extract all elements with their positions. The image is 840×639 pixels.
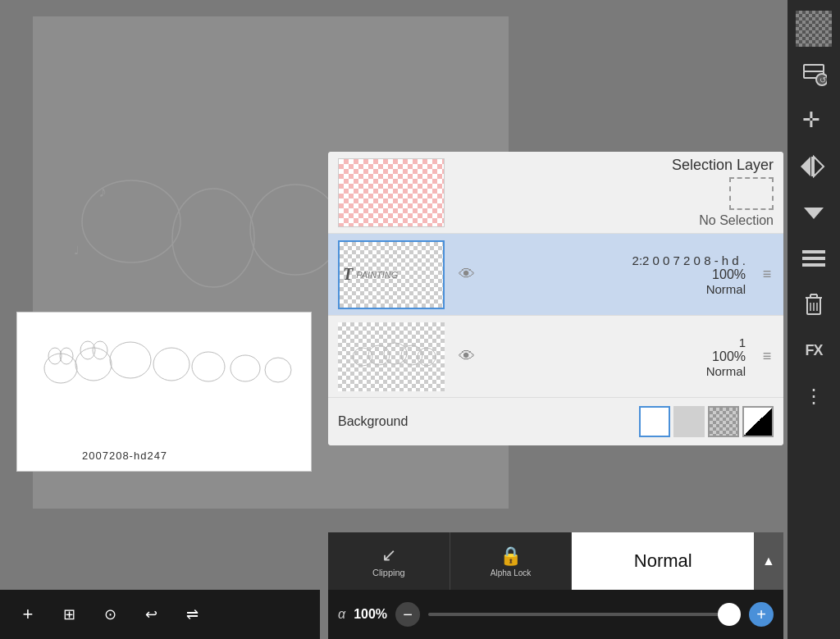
layers-panel: Selection Layer No Selection T PAINTING … xyxy=(328,152,783,445)
selection-layer-thumb xyxy=(338,158,445,227)
selection-layer-row[interactable]: Selection Layer No Selection xyxy=(328,152,783,234)
svg-marker-31 xyxy=(804,208,824,219)
layers-icon: ↺ xyxy=(801,63,827,86)
sketch-layer-eye-icon[interactable]: 👁 xyxy=(459,347,475,366)
active-layer-thumb: T PAINTING xyxy=(338,240,445,309)
svg-point-7 xyxy=(44,354,77,383)
alpha-slider-track[interactable] xyxy=(428,613,741,616)
svg-text:♪: ♪ xyxy=(98,182,107,200)
more-options-icon: ⋮ xyxy=(804,385,824,408)
down-arrow-button[interactable] xyxy=(792,190,836,235)
import-button[interactable]: ↩ xyxy=(136,600,166,629)
more-options-button[interactable]: ⋮ xyxy=(792,374,836,418)
fx-button[interactable]: FX xyxy=(792,328,836,372)
svg-point-11 xyxy=(192,352,225,381)
svg-rect-32 xyxy=(802,250,825,253)
active-layer-blend: Normal xyxy=(706,282,746,296)
sketch-layer-thumb xyxy=(338,322,445,391)
sketch-layer-row[interactable]: 👁 1 100% Normal ≡ xyxy=(328,316,783,398)
flip-icon xyxy=(801,155,827,178)
svg-marker-28 xyxy=(801,157,810,176)
stack-lines-button[interactable] xyxy=(792,236,836,281)
sketch-layer-info-col: 1 100% Normal xyxy=(484,335,749,378)
sketch-thumb-svg xyxy=(342,326,441,387)
swatch-light[interactable] xyxy=(673,406,705,437)
svg-point-1 xyxy=(172,189,254,287)
blend-mode-arrow[interactable]: ▲ xyxy=(754,532,783,590)
active-layer-name: 2:2 0 0 7 2 0 8 - h d . xyxy=(632,253,746,267)
alpha-label: α xyxy=(338,607,345,622)
alpha-lock-icon: 🔒 xyxy=(500,545,522,567)
normal-blend-button[interactable]: Normal xyxy=(572,532,754,590)
svg-rect-34 xyxy=(802,263,825,267)
svg-point-12 xyxy=(231,355,260,381)
flip-button[interactable] xyxy=(792,144,836,189)
sketch-layer-eye-col: 👁 xyxy=(454,347,479,366)
alpha-plus-button[interactable]: + xyxy=(749,602,774,627)
svg-marker-30 xyxy=(814,157,824,176)
active-layer-info-col: 2:2 0 0 7 2 0 8 - h d . 100% Normal xyxy=(484,253,749,296)
layers-stack-button[interactable]: ↺ xyxy=(792,52,836,97)
sketch-layer-inner: 👁 1 100% Normal ≡ xyxy=(454,335,774,378)
alpha-lock-label: Alpha Lock xyxy=(491,568,531,577)
swatch-white[interactable] xyxy=(639,406,670,437)
swatch-diagonal[interactable] xyxy=(742,406,774,437)
blend-panel: ↙ Clipping 🔒 Alpha Lock Normal ▲ xyxy=(328,532,783,590)
bottom-toolbar: + ⊞ ⊙ ↩ ⇌ xyxy=(0,590,320,639)
svg-point-0 xyxy=(82,180,180,262)
checkerboard-icon xyxy=(796,11,832,47)
active-layer-inner: 👁 2:2 0 0 7 2 0 8 - h d . 100% Normal ≡ xyxy=(454,253,774,296)
clipping-button[interactable]: ↙ Clipping xyxy=(328,532,450,590)
selection-layer-info: Selection Layer No Selection xyxy=(454,157,774,228)
add-layer-button[interactable]: ⊞ xyxy=(54,600,84,629)
fx-label: FX xyxy=(805,342,822,359)
layer-text-preview: PAINTING xyxy=(356,270,398,280)
selection-layer-title: Selection Layer xyxy=(672,157,774,174)
alpha-row: α 100% − + xyxy=(328,590,783,639)
svg-point-13 xyxy=(265,358,291,382)
sketch-layer-menu-col[interactable]: ≡ xyxy=(754,348,774,365)
canvas-sketch-svg xyxy=(17,313,311,447)
active-layer-eye-col: 👁 xyxy=(454,265,479,284)
down-arrow-icon xyxy=(801,199,827,226)
svg-point-10 xyxy=(153,348,189,381)
selection-thumb-small xyxy=(729,177,774,210)
active-layer-menu-col[interactable]: ≡ xyxy=(754,266,774,283)
sketch-layer-opacity: 100% xyxy=(712,349,746,364)
clipping-icon: ↙ xyxy=(381,545,396,566)
background-row: Background xyxy=(328,398,783,445)
active-layer-row[interactable]: T PAINTING 👁 2:2 0 0 7 2 0 8 - h d . 100… xyxy=(328,234,783,316)
checkerboard-button[interactable] xyxy=(792,7,836,51)
svg-text:✛: ✛ xyxy=(802,107,820,132)
active-layer-eye-icon[interactable]: 👁 xyxy=(459,265,475,284)
alpha-slider-thumb[interactable] xyxy=(718,603,741,626)
svg-point-22 xyxy=(418,348,436,366)
background-swatches xyxy=(639,406,774,437)
svg-text:♩: ♩ xyxy=(74,244,80,257)
swatch-dark[interactable] xyxy=(708,406,739,437)
active-layer-opacity: 100% xyxy=(712,267,746,282)
background-label: Background xyxy=(338,414,639,429)
canvas-filename: 2007208-hd247 xyxy=(82,450,167,462)
camera-button[interactable]: ⊙ xyxy=(95,600,125,629)
svg-point-2 xyxy=(250,185,340,275)
add-button[interactable]: + xyxy=(13,600,43,629)
sketch-layer-menu-icon[interactable]: ≡ xyxy=(763,348,772,365)
sketch-layer-number: 1 xyxy=(739,335,746,349)
stack-lines-icon xyxy=(801,249,827,268)
trash-icon xyxy=(802,291,825,317)
move-button[interactable]: ✛ xyxy=(792,98,836,143)
svg-rect-33 xyxy=(802,257,825,260)
svg-rect-23 xyxy=(804,65,824,71)
sketch-layer-blend: Normal xyxy=(706,364,746,378)
t-label: T xyxy=(343,265,353,284)
alpha-minus-button[interactable]: − xyxy=(395,602,420,627)
svg-point-19 xyxy=(368,345,390,365)
right-sidebar: ↺ ✛ xyxy=(788,0,840,639)
trash-button[interactable] xyxy=(792,282,836,326)
clipping-label: Clipping xyxy=(372,568,405,577)
svg-text:↺: ↺ xyxy=(819,75,826,84)
alpha-lock-button[interactable]: 🔒 Alpha Lock xyxy=(450,532,573,590)
transform-button[interactable]: ⇌ xyxy=(177,600,207,629)
active-layer-menu-icon[interactable]: ≡ xyxy=(763,266,772,283)
